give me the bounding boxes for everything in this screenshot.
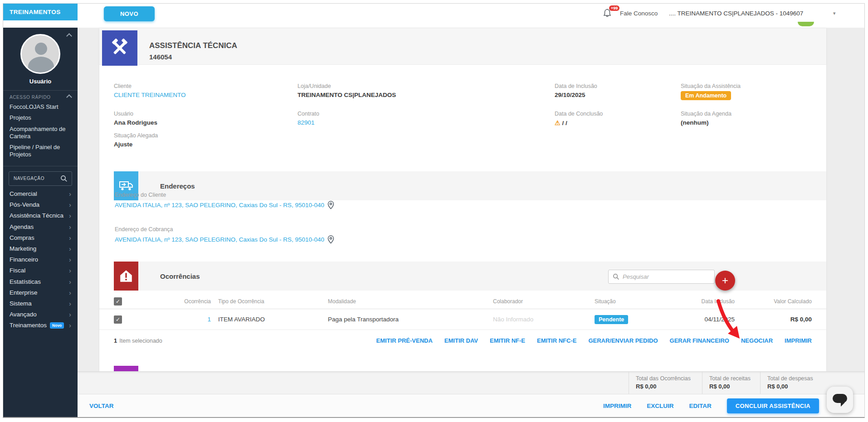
endereco-cliente-label: Endereço do Cliente [115, 192, 166, 198]
chevron-right-icon: › [69, 223, 71, 230]
sidebar-item-agendas[interactable]: Agendas› [3, 221, 78, 232]
sidebar: Usuário ACESSO RÁPIDO FoccoLOJAS Start P… [3, 28, 78, 417]
sidebar-item-compras[interactable]: Compras› [3, 232, 78, 243]
status-badge: Em Andamento [681, 91, 731, 100]
footer-editar-link[interactable]: EDITAR [689, 403, 712, 409]
acesso-rapido-header[interactable]: ACESSO RÁPIDO [3, 91, 78, 102]
footer-excluir-link[interactable]: EXCLUIR [647, 403, 673, 409]
feedback-tab[interactable] [798, 22, 814, 26]
emitir-nfe-link[interactable]: EMITIR NF-E [490, 337, 525, 344]
next-section-icon [114, 366, 138, 371]
chat-bubble-icon [833, 394, 847, 403]
page-title: ASSISTÊNCIA TÉCNICA [149, 41, 237, 50]
gerar-financeiro-link[interactable]: GERAR FINANCEIRO [670, 337, 729, 344]
field-loja: Loja/Unidade TREINAMENTO CS|PLANEJADOS [297, 83, 396, 98]
selected-count: 1Item selecionado [114, 337, 162, 344]
top-bar: TREINAMENTOS NOVO +99 Fale Conosco .... … [3, 4, 864, 28]
emitir-dav-link[interactable]: EMITIR DAV [444, 337, 478, 344]
total-ocorrencias: Total das Ocorrências R$ 0,00 [629, 372, 702, 394]
sidebar-item-projetos[interactable]: Projetos [3, 112, 78, 123]
sidebar-item-estatisticas[interactable]: Estatísticas› [3, 276, 78, 287]
endereco-cobranca-link[interactable]: AVENIDA ITALIA, nº 123, SAO PELEGRINO, C… [115, 235, 334, 244]
voltar-link[interactable]: VOLTAR [89, 403, 114, 409]
chevron-right-icon: › [69, 289, 71, 296]
chevron-right-icon: › [69, 245, 71, 252]
endereco-cliente-link[interactable]: AVENIDA ITALIA, nº 123, SAO PELEGRINO, C… [115, 201, 334, 209]
field-cliente: Cliente CLIENTE TREINAMENTO [114, 83, 186, 98]
negociar-link[interactable]: NEGOCIAR [741, 337, 773, 344]
chevron-right-icon: › [69, 190, 71, 197]
chevron-down-icon[interactable]: ▾ [833, 4, 836, 23]
sidebar-item-acompanhamento-carteira[interactable]: Acompanhamento de Carteira [3, 124, 78, 142]
enderecos-title: Endereços [138, 171, 826, 200]
chevron-right-icon: › [69, 267, 71, 274]
sidebar-item-marketing[interactable]: Marketing› [3, 243, 78, 254]
imprimir-link[interactable]: IMPRIMIR [785, 337, 812, 344]
collapse-chevron-up-icon[interactable] [66, 33, 72, 39]
chat-bubble-tail [841, 403, 845, 407]
ocorrencias-search-box[interactable] [608, 270, 715, 284]
chat-launcher-button[interactable] [827, 387, 853, 413]
sidebar-item-treinamentos[interactable]: Treinamentos Novo › [3, 320, 78, 331]
sidebar-item-pos-venda[interactable]: Pós-Venda› [3, 199, 78, 210]
sidebar-item-pipeline-painel[interactable]: Pipeline / Painel de Projetos [3, 142, 78, 160]
chevron-up-icon [66, 94, 72, 100]
nav-search-input[interactable] [9, 176, 60, 181]
table-row: ✓ 1 ITEM AVARIADO Paga pela Transportado… [99, 309, 826, 330]
field-data-conclusao: Data de Conclusão ⚠/ / [555, 111, 603, 126]
avatar [20, 34, 60, 74]
field-data-inclusao: Data de Inclusão 29/10/2025 [555, 83, 597, 98]
field-situacao-alegada: Situação Alegada Ajuste [114, 132, 158, 148]
sidebar-item-fiscal[interactable]: Fiscal› [3, 265, 78, 276]
emitir-pre-venda-link[interactable]: EMITIR PRÉ-VENDA [376, 337, 433, 344]
search-icon [613, 273, 619, 280]
sidebar-item-sistema[interactable]: Sistema› [3, 298, 78, 309]
nav-search-box[interactable] [9, 171, 72, 186]
acesso-rapido-title: ACESSO RÁPIDO [10, 95, 51, 100]
ocorrencias-search-input[interactable] [623, 273, 700, 280]
chevron-right-icon: › [69, 311, 71, 318]
map-pin-icon [327, 235, 334, 244]
cliente-link[interactable]: CLIENTE TREINAMENTO [114, 92, 186, 98]
app-window: TREINAMENTOS NOVO +99 Fale Conosco .... … [3, 3, 865, 418]
sidebar-item-assistencia-tecnica[interactable]: Assistência Técnica› [3, 210, 78, 221]
notifications-button[interactable]: +99 [603, 4, 612, 23]
occurrence-alert-icon [114, 262, 138, 291]
emitir-nfce-link[interactable]: EMITIR NFC-E [537, 337, 576, 344]
chevron-right-icon: › [69, 201, 71, 208]
sidebar-item-comercial[interactable]: Comercial› [3, 189, 78, 199]
table-actions-row: 1Item selecionado EMITIR PRÉ-VENDA EMITI… [99, 330, 826, 351]
status-badge: Pendente [595, 315, 628, 324]
ocorrencia-number-link[interactable]: 1 [129, 316, 211, 323]
field-situacao-agenda: Situação da Agenda (nenhum) [681, 111, 731, 126]
chevron-right-icon: › [69, 212, 71, 219]
select-all-checkbox[interactable]: ✓ [114, 297, 122, 306]
sidebar-item-financeiro[interactable]: Financeiro› [3, 254, 78, 265]
row-checkbox[interactable]: ✓ [114, 315, 122, 324]
novo-badge: Novo [50, 322, 64, 329]
total-receitas: Total de receitas R$ 0,00 [702, 372, 760, 394]
field-contrato: Contrato 82901 [297, 111, 319, 126]
company-selector[interactable]: .... TREINAMENTO CS|PLANEJADOS - 1049607 [669, 4, 803, 23]
sidebar-item-enterprise[interactable]: Enterprise› [3, 287, 78, 298]
table-header: ✓ Ocorrência Tipo de Ocorrência Modalida… [99, 294, 826, 309]
warning-icon: ⚠ [555, 119, 561, 126]
search-icon [60, 175, 68, 182]
contrato-link[interactable]: 82901 [297, 119, 319, 126]
notification-badge: +99 [609, 5, 619, 11]
divider [3, 166, 78, 166]
fale-conosco-link[interactable]: Fale Conosco [620, 4, 658, 23]
sidebar-item-foccolojas-start[interactable]: FoccoLOJAS Start [3, 102, 78, 112]
bottom-action-bar: VOLTAR IMPRIMIR EXCLUIR EDITAR CONCLUIR … [78, 394, 864, 417]
assistencia-tecnica-icon [102, 30, 137, 66]
footer-imprimir-link[interactable]: IMPRIMIR [603, 403, 631, 409]
sidebar-item-avancado[interactable]: Avançado› [3, 309, 78, 320]
novo-button[interactable]: NOVO [104, 6, 155, 21]
assistencia-card: ASSISTÊNCIA TÉCNICA 146054 Cliente CLIEN… [99, 28, 826, 371]
concluir-assistencia-button[interactable]: CONCLUIR ASSISTÊNCIA [727, 398, 819, 413]
total-despesas: Total de despesas R$ 0,00 [760, 372, 833, 394]
enderecos-section-header: Endereços [114, 171, 826, 200]
add-ocorrencia-button[interactable]: + [715, 271, 735, 291]
gerar-enviar-pedido-link[interactable]: GERAR/ENVIAR PEDIDO [588, 337, 658, 344]
chevron-right-icon: › [69, 322, 71, 329]
